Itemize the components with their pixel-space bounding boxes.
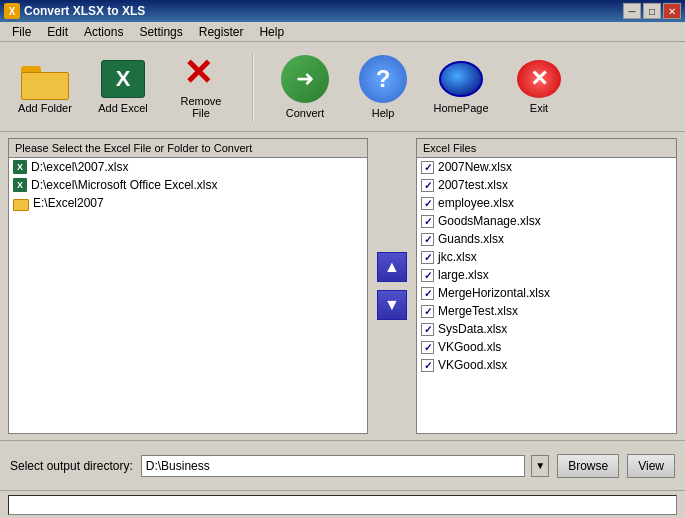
checkbox[interactable] — [421, 233, 434, 246]
menu-item-settings[interactable]: Settings — [131, 23, 190, 41]
folder-icon — [21, 60, 69, 98]
checkbox[interactable] — [421, 197, 434, 210]
list-item[interactable]: large.xlsx — [417, 266, 676, 284]
output-label: Select output directory: — [10, 459, 133, 473]
excel-file-label: employee.xlsx — [438, 196, 514, 210]
toolbar: Add Folder Add Excel ✕ Remove File ➜ Con… — [0, 42, 685, 132]
checkbox[interactable] — [421, 287, 434, 300]
checkbox[interactable] — [421, 215, 434, 228]
file-panel: Please Select the Excel File or Folder t… — [8, 138, 368, 434]
menu-item-file[interactable]: File — [4, 23, 39, 41]
menu-item-actions[interactable]: Actions — [76, 23, 131, 41]
menu-item-help[interactable]: Help — [251, 23, 292, 41]
exit-icon: ✕ — [517, 60, 561, 98]
list-item[interactable]: VKGood.xlsx — [417, 356, 676, 374]
homepage-icon — [437, 60, 485, 98]
app-icon: X — [4, 3, 20, 19]
excel-panel-header: Excel Files — [417, 139, 676, 158]
list-item[interactable]: MergeHorizontal.xlsx — [417, 284, 676, 302]
toolbar-separator — [252, 52, 254, 122]
list-item[interactable]: 2007test.xlsx — [417, 176, 676, 194]
file-path-label: D:\excel\Microsoft Office Excel.xlsx — [31, 178, 218, 192]
list-item[interactable]: XD:\excel\Microsoft Office Excel.xlsx — [9, 176, 367, 194]
remove-file-label: Remove File — [171, 95, 231, 119]
view-button[interactable]: View — [627, 454, 675, 478]
list-item[interactable]: employee.xlsx — [417, 194, 676, 212]
list-item[interactable]: 2007New.xlsx — [417, 158, 676, 176]
exit-button[interactable]: ✕ Exit — [504, 49, 574, 124]
list-item[interactable]: XD:\excel\2007.xlsx — [9, 158, 367, 176]
exit-label: Exit — [530, 102, 548, 114]
excel-file-label: large.xlsx — [438, 268, 489, 282]
maximize-button[interactable]: □ — [643, 3, 661, 19]
file-path-label: D:\excel\2007.xlsx — [31, 160, 128, 174]
help-button[interactable]: ? Help — [348, 49, 418, 124]
checkbox[interactable] — [421, 179, 434, 192]
excel-panel-content: 2007New.xlsx2007test.xlsxemployee.xlsxGo… — [417, 158, 676, 433]
homepage-button[interactable]: HomePage — [426, 49, 496, 124]
arrow-up-button[interactable]: ▲ — [377, 252, 407, 282]
arrow-panel: ▲ ▼ — [374, 138, 410, 434]
excel-file-label: VKGood.xls — [438, 340, 501, 354]
checkbox[interactable] — [421, 305, 434, 318]
ie-icon — [439, 61, 483, 97]
excel-file-label: MergeTest.xlsx — [438, 304, 518, 318]
excel-file-label: Guands.xlsx — [438, 232, 504, 246]
excel-file-label: 2007New.xlsx — [438, 160, 512, 174]
list-item[interactable]: E:\Excel2007 — [9, 194, 367, 212]
add-folder-label: Add Folder — [18, 102, 72, 114]
excel-file-label: SysData.xlsx — [438, 322, 507, 336]
list-item[interactable]: GoodsManage.xlsx — [417, 212, 676, 230]
file-panel-header: Please Select the Excel File or Folder t… — [9, 139, 367, 158]
checkbox[interactable] — [421, 269, 434, 282]
browse-button[interactable]: Browse — [557, 454, 619, 478]
window-title: Convert XLSX to XLS — [24, 4, 145, 18]
remove-file-button[interactable]: ✕ Remove File — [166, 49, 236, 124]
menu-item-edit[interactable]: Edit — [39, 23, 76, 41]
menu-bar: FileEditActionsSettingsRegisterHelp — [0, 22, 685, 42]
excel-file-label: 2007test.xlsx — [438, 178, 508, 192]
convert-button[interactable]: ➜ Convert — [270, 49, 340, 124]
excel-panel: Excel Files 2007New.xlsx2007test.xlsxemp… — [416, 138, 677, 434]
title-bar-controls: ─ □ ✕ — [623, 3, 681, 19]
excel-file-label: MergeHorizontal.xlsx — [438, 286, 550, 300]
file-panel-content: XD:\excel\2007.xlsxXD:\excel\Microsoft O… — [9, 158, 367, 433]
arrow-down-button[interactable]: ▼ — [377, 290, 407, 320]
status-input[interactable] — [8, 495, 677, 515]
menu-item-register[interactable]: Register — [191, 23, 252, 41]
add-excel-label: Add Excel — [98, 102, 148, 114]
list-item[interactable]: jkc.xlsx — [417, 248, 676, 266]
list-item[interactable]: VKGood.xls — [417, 338, 676, 356]
excel-file-icon: X — [13, 160, 27, 174]
excel-file-icon: X — [13, 178, 27, 192]
list-item[interactable]: SysData.xlsx — [417, 320, 676, 338]
close-button[interactable]: ✕ — [663, 3, 681, 19]
excel-icon — [101, 60, 145, 98]
excel-file-label: jkc.xlsx — [438, 250, 477, 264]
excel-file-label: GoodsManage.xlsx — [438, 214, 541, 228]
title-bar: X Convert XLSX to XLS ─ □ ✕ — [0, 0, 685, 22]
title-bar-left: X Convert XLSX to XLS — [4, 3, 145, 19]
folder-icon — [13, 199, 29, 211]
x-icon: ✕ — [183, 55, 219, 91]
file-path-label: E:\Excel2007 — [33, 196, 104, 210]
help-icon: ? — [359, 55, 407, 103]
list-item[interactable]: Guands.xlsx — [417, 230, 676, 248]
convert-icon: ➜ — [281, 55, 329, 103]
homepage-label: HomePage — [433, 102, 488, 114]
remove-icon: ✕ — [179, 54, 223, 91]
checkbox[interactable] — [421, 341, 434, 354]
checkbox[interactable] — [421, 161, 434, 174]
main-content: Please Select the Excel File or Folder t… — [0, 132, 685, 440]
add-excel-button[interactable]: Add Excel — [88, 49, 158, 124]
dropdown-arrow-button[interactable]: ▼ — [531, 455, 549, 477]
add-folder-button[interactable]: Add Folder — [10, 49, 80, 124]
output-directory-input[interactable] — [141, 455, 525, 477]
excel-file-label: VKGood.xlsx — [438, 358, 507, 372]
minimize-button[interactable]: ─ — [623, 3, 641, 19]
bottom-bar: Select output directory: ▼ Browse View — [0, 440, 685, 490]
list-item[interactable]: MergeTest.xlsx — [417, 302, 676, 320]
checkbox[interactable] — [421, 359, 434, 372]
checkbox[interactable] — [421, 323, 434, 336]
checkbox[interactable] — [421, 251, 434, 264]
